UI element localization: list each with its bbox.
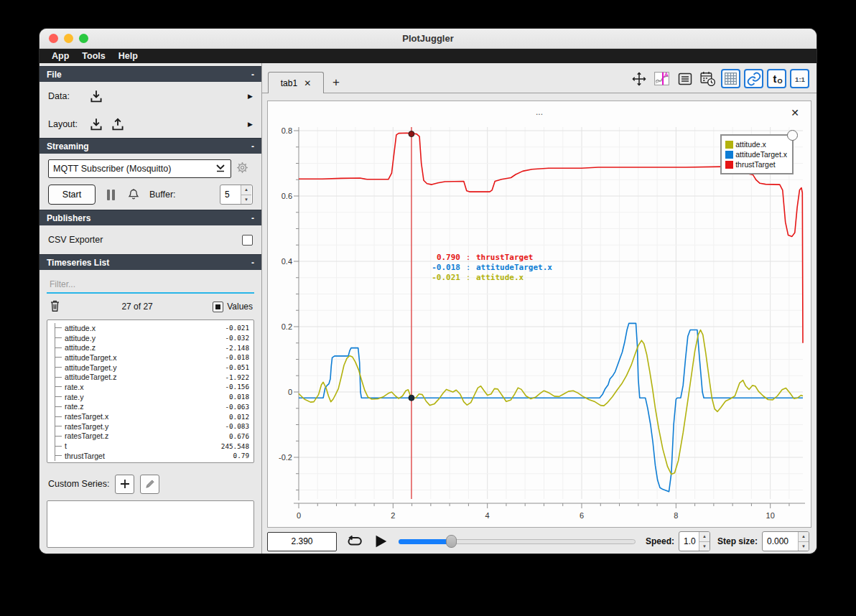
legend-entry[interactable]: thrustTarget [725, 160, 787, 169]
curve-style-button[interactable]: A [652, 69, 671, 88]
loop-button[interactable] [345, 533, 364, 550]
spin-down-icon[interactable]: ▼ [699, 542, 710, 551]
time-offset-button[interactable]: t O [767, 69, 786, 88]
play-button[interactable] [373, 533, 389, 549]
spin-up-icon[interactable]: ▲ [799, 532, 809, 542]
layout-expand-arrow-icon[interactable]: ▶ [248, 121, 253, 128]
link-axes-button[interactable] [744, 69, 763, 88]
streaming-settings-gear-icon[interactable] [236, 161, 249, 177]
data-expand-arrow-icon[interactable]: ▶ [248, 93, 253, 100]
timeseries-row[interactable]: attitude.x-0.021 [55, 323, 249, 333]
slider-handle[interactable] [446, 535, 457, 548]
series-name: thrustTarget [65, 452, 105, 460]
x-tick-label: 8 [674, 511, 678, 520]
timeline-slider[interactable] [399, 535, 636, 548]
timeseries-row[interactable]: attitudeTarget.x-0.018 [55, 353, 249, 363]
spin-up-icon[interactable]: ▲ [699, 532, 710, 542]
section-header-timeseries[interactable]: Timeseries List - [39, 254, 261, 270]
x-tick-label: 10 [766, 511, 775, 520]
timeseries-row[interactable]: ratesTarget.y-0.083 [55, 421, 249, 431]
timeseries-row[interactable]: attitudeTarget.y-0.051 [55, 363, 249, 373]
timeseries-row[interactable]: t245.548 [55, 441, 249, 451]
speed-spinbox[interactable]: ▲ ▼ [679, 531, 710, 551]
series-value: -0.021 [225, 324, 249, 332]
load-layout-button[interactable] [85, 116, 107, 132]
pause-icon[interactable] [107, 190, 115, 200]
section-header-streaming[interactable]: Streaming - [39, 138, 261, 154]
svg-text:A: A [664, 71, 669, 78]
tab-tab1[interactable]: tab1 ✕ [268, 72, 324, 93]
tab-close-icon[interactable]: ✕ [304, 78, 311, 88]
collapse-icon[interactable]: - [251, 258, 254, 268]
section-title: Timeseries List [47, 258, 109, 268]
collapse-icon[interactable]: - [251, 141, 254, 151]
plotjuggler-window: PlotJuggler AppToolsHelp File - Data: ▶ … [39, 29, 817, 554]
menu-item-help[interactable]: Help [112, 51, 144, 61]
buffer-spinbox[interactable]: ▲ ▼ [220, 185, 253, 205]
slider-fill [399, 539, 451, 544]
drag-mode-button[interactable] [629, 69, 648, 88]
timeseries-row[interactable]: attitude.z-2.148 [55, 342, 249, 353]
section-header-publishers[interactable]: Publishers - [39, 210, 261, 225]
tracker-marker [409, 395, 414, 401]
grid-toggle-button[interactable] [721, 69, 740, 88]
filter-field [47, 276, 254, 294]
timeseries-list[interactable]: attitude.x-0.021attitude.y-0.032attitude… [47, 319, 254, 463]
legend-entry[interactable]: attitude.x [725, 140, 787, 149]
edit-custom-series-button[interactable] [140, 475, 159, 494]
maximize-window-button[interactable] [79, 34, 88, 43]
legend-handle-icon[interactable] [787, 130, 798, 141]
series-value: -2.148 [225, 344, 249, 352]
add-custom-series-button[interactable] [115, 475, 134, 494]
streaming-start-button[interactable]: Start [48, 185, 96, 205]
series-name: ratesTarget.x [65, 412, 108, 421]
series-count: 27 of 27 [62, 302, 213, 312]
legend-entry[interactable]: attitudeTarget.x [725, 150, 787, 159]
tree-branch-icon [55, 386, 62, 387]
buffer-input[interactable] [220, 185, 241, 204]
save-layout-button[interactable] [107, 116, 129, 132]
speed-input[interactable] [679, 532, 699, 551]
close-window-button[interactable] [49, 34, 58, 43]
tooltip-line: -0.018:attitudeTarget.x [424, 263, 552, 273]
spin-down-icon[interactable]: ▼ [241, 195, 251, 205]
timeseries-row[interactable]: rate.z-0.063 [55, 402, 249, 412]
series-value: -0.083 [225, 422, 249, 430]
ratio-1-1-button[interactable]: 1:1 [790, 69, 809, 88]
current-time-input[interactable] [267, 532, 337, 551]
plot-legend[interactable]: attitude.xattitudeTarget.xthrustTarget [720, 134, 794, 174]
filter-input[interactable] [47, 276, 254, 292]
menu-item-tools[interactable]: Tools [75, 51, 111, 61]
menu-bar: AppToolsHelp [39, 49, 817, 63]
csv-exporter-checkbox[interactable] [242, 235, 253, 246]
streaming-source-select[interactable]: MQTT Subscriber (Mosquitto) [48, 159, 231, 178]
add-tab-button[interactable]: + [324, 75, 348, 93]
spin-up-icon[interactable]: ▲ [241, 185, 251, 195]
delete-series-trash-icon[interactable] [48, 299, 62, 315]
load-data-button[interactable] [85, 88, 107, 104]
timeseries-row[interactable]: rate.y0.018 [55, 392, 249, 402]
plot-close-icon[interactable]: ✕ [791, 108, 799, 118]
timeseries-row[interactable]: ratesTarget.z0.676 [55, 431, 249, 442]
menu-item-app[interactable]: App [45, 51, 75, 61]
series-value: -0.063 [225, 403, 249, 411]
tree-branch-icon [55, 367, 62, 368]
timeseries-row[interactable]: attitude.y-0.032 [55, 333, 249, 343]
values-checkbox[interactable] [213, 302, 223, 312]
timeseries-row[interactable]: rate.x-0.156 [55, 382, 249, 392]
custom-series-list[interactable] [47, 500, 254, 548]
timeseries-row[interactable]: ratesTarget.x0.012 [55, 411, 249, 421]
step-size-spinbox[interactable]: ▲ ▼ [762, 531, 809, 551]
section-title: File [47, 70, 62, 80]
datetime-scale-button[interactable] [698, 69, 717, 88]
timeseries-row[interactable]: attitudeTarget.z-1.922 [55, 372, 249, 382]
minimize-window-button[interactable] [64, 34, 73, 43]
notifications-bell-icon[interactable] [126, 187, 141, 202]
collapse-icon[interactable]: - [251, 213, 254, 223]
collapse-icon[interactable]: - [251, 70, 254, 80]
timeseries-row[interactable]: thrustTarget0.79 [55, 451, 249, 461]
spin-down-icon[interactable]: ▼ [799, 542, 809, 551]
curve-list-button[interactable] [675, 69, 694, 88]
section-header-file[interactable]: File - [39, 66, 261, 82]
step-size-input[interactable] [763, 532, 798, 551]
